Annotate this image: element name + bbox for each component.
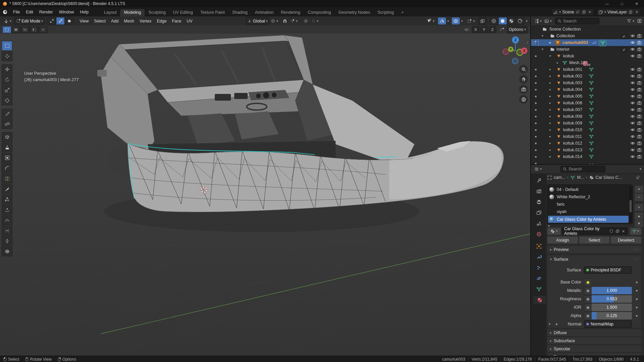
menu-help[interactable]: Help (77, 10, 92, 14)
list-item[interactable]: faric (557, 201, 565, 208)
mode-dropdown[interactable]: Edit Mode ▾ (14, 17, 45, 25)
face-select-mode-button[interactable] (65, 17, 73, 25)
collection-checkbox[interactable]: ✓ (622, 47, 627, 52)
outliner-row[interactable]: ▸koltuk.002 (531, 73, 644, 80)
render-camera-icon[interactable] (637, 153, 642, 160)
render-camera-icon[interactable] (637, 93, 642, 100)
render-camera-icon[interactable] (637, 106, 642, 113)
menu-uv[interactable]: UV (184, 19, 195, 23)
menu-edit[interactable]: Edit (23, 10, 36, 14)
tool-bevel[interactable] (2, 163, 12, 173)
menu-window[interactable]: Window (56, 10, 77, 14)
tool-poly-build[interactable] (2, 195, 12, 204)
select-mode-invert-button[interactable] (30, 26, 39, 33)
transform-orientation-dropdown[interactable]: Global ▾ (246, 17, 269, 25)
subsurface-panel-header[interactable]: ▸Subsurface (547, 337, 642, 345)
render-camera-icon[interactable] (637, 133, 642, 140)
hide-eye-icon[interactable] (630, 80, 635, 86)
material-slots-list[interactable]: 04 - Default White Reflector_2 faric siy… (547, 185, 633, 224)
outliner-search[interactable]: Search (555, 18, 599, 24)
list-item[interactable]: 04 - Default (549, 186, 579, 193)
deselect-button[interactable]: Deselect (610, 236, 642, 244)
render-camera-icon[interactable] (637, 147, 642, 153)
xray-dropdown[interactable]: ▾ (465, 17, 476, 24)
mesh-data-icon[interactable] (599, 40, 607, 46)
shading-material-button[interactable] (507, 17, 516, 25)
render-camera-icon[interactable] (637, 53, 642, 59)
mirror-x-toggle[interactable]: X (472, 26, 480, 33)
outliner-filter-funnel-dropdown[interactable]: ▾ (626, 17, 636, 24)
hide-eye-icon[interactable] (630, 133, 635, 140)
alpha-slider[interactable]: 0.125 (592, 312, 632, 319)
chevron-down-icon[interactable]: ▾ (550, 258, 552, 261)
chevron-right-icon[interactable]: ▸ (549, 126, 551, 133)
show-gizmo-toggle[interactable] (438, 17, 446, 24)
outliner-display-mode-dropdown[interactable]: ▾ (533, 17, 543, 24)
tab-object[interactable] (533, 242, 545, 251)
tab-modeling[interactable]: Modeling (120, 9, 145, 16)
tool-edge-slide[interactable] (2, 226, 12, 236)
tab-scene[interactable] (533, 219, 545, 228)
chevron-right-icon[interactable]: ▸ (549, 80, 551, 86)
outliner-row[interactable]: ▸koltuk.006 (531, 100, 644, 106)
snap-target-dropdown[interactable]: ▾ (289, 17, 299, 24)
visibility-dropdown[interactable]: ▾ (425, 17, 436, 24)
keyframe-dot[interactable] (556, 323, 557, 325)
show-overlays-toggle[interactable] (452, 17, 460, 24)
tab-shading[interactable]: Shading (229, 9, 251, 16)
hide-eye-icon[interactable] (630, 113, 635, 120)
editor-type-dropdown[interactable]: ▾ (2, 17, 13, 24)
outliner-row[interactable]: ▸koltuk.003 (531, 80, 644, 86)
select-mode-extend-button[interactable] (11, 26, 20, 33)
collection-checkbox[interactable]: ✓ (622, 34, 627, 39)
shading-wireframe-button[interactable] (490, 17, 498, 25)
render-camera-icon[interactable] (637, 113, 642, 120)
render-camera-icon[interactable] (637, 33, 642, 39)
outliner-row[interactable]: ▸koltuk.010 (531, 126, 644, 133)
metallic-slider[interactable]: 1.000 (592, 287, 632, 294)
render-camera-icon[interactable] (637, 66, 642, 73)
keyframe-dot[interactable] (636, 307, 638, 308)
render-camera-icon[interactable] (637, 46, 642, 53)
shading-dropdown[interactable]: ▾ (526, 19, 528, 23)
tool-smooth[interactable] (2, 215, 12, 225)
outliner-row[interactable]: ▸koltuk.008 (531, 113, 644, 120)
menu-edge[interactable]: Edge (154, 19, 169, 23)
socket-button[interactable] (584, 278, 592, 287)
overlays-dropdown[interactable]: ▾ (460, 17, 464, 24)
tool-annotate[interactable] (2, 109, 12, 118)
chevron-right-icon[interactable]: ▸ (549, 66, 551, 73)
outliner-row[interactable]: ▸koltuk.011 (531, 133, 644, 140)
tab-layout[interactable]: Layout (100, 9, 120, 16)
tool-cursor[interactable] (2, 51, 12, 61)
snap-toggle[interactable] (281, 17, 289, 24)
render-camera-icon[interactable] (637, 120, 642, 126)
tab-sculpting[interactable]: Sculpting (145, 9, 169, 16)
material-name-field[interactable]: Car Glass Color by Amleto (562, 227, 628, 235)
tool-scale[interactable] (2, 85, 12, 95)
outliner-row[interactable]: ▸koltuk.004 (531, 86, 644, 93)
hide-eye-icon[interactable] (630, 100, 635, 106)
vertex-select-mode-button[interactable] (47, 17, 56, 25)
outliner-row-mesh130[interactable]: ▸ Mesh.130 24 (531, 59, 644, 66)
tab-compositing[interactable]: Compositing (304, 9, 335, 16)
tool-loop-cut[interactable] (2, 174, 12, 184)
outliner-row-koltuk[interactable]: ▾ koltuk (531, 53, 644, 59)
viewport-3d[interactable]: Y X Z User Perspective (26) camurluk003 … (0, 34, 530, 356)
slot-specials-dropdown[interactable]: ▾ (634, 203, 644, 211)
hide-eye-icon[interactable] (630, 106, 635, 113)
render-camera-icon[interactable] (637, 100, 642, 106)
move-slot-down-button[interactable]: ▼ (634, 219, 644, 227)
tab-texture-paint[interactable]: Texture Paint (197, 9, 229, 16)
chevron-right-icon[interactable]: ▸ (549, 39, 551, 46)
breadcrumb-data[interactable]: M... (577, 175, 584, 180)
outliner-row[interactable]: ▸koltuk.001 (531, 66, 644, 73)
chevron-down-icon[interactable]: ▾ (542, 33, 543, 39)
hide-eye-icon[interactable] (630, 126, 635, 133)
tab-animation[interactable]: Animation (251, 9, 278, 16)
tab-output[interactable] (533, 198, 545, 206)
pin-icon[interactable] (576, 10, 580, 14)
add-slot-button[interactable]: + (634, 185, 644, 193)
hide-eye-icon[interactable] (630, 147, 635, 153)
chevron-down-icon[interactable]: ▾ (542, 46, 543, 53)
